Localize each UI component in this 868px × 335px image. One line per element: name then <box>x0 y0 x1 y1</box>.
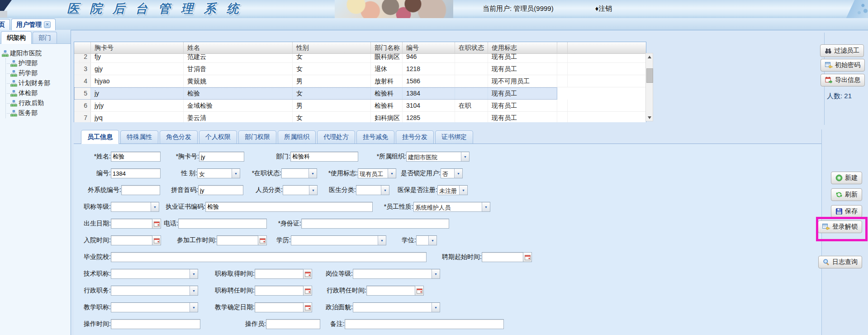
tab-registration-waiver[interactable]: 挂号减免 <box>356 130 394 144</box>
chevron-down-icon[interactable] <box>461 152 469 161</box>
person-class-select[interactable] <box>283 185 318 195</box>
calendar-icon[interactable] <box>304 286 312 296</box>
locked-select[interactable]: 否 <box>441 168 463 178</box>
phone-input[interactable] <box>178 219 267 229</box>
title-level-select[interactable] <box>111 202 159 212</box>
tree-node-medical-affairs[interactable]: 医务部 <box>7 108 70 118</box>
chevron-down-icon[interactable] <box>308 169 317 178</box>
col-header-status[interactable]: 在职状态 <box>455 42 488 53</box>
education-select[interactable] <box>291 235 386 245</box>
col-header-flag[interactable]: 使用标志 <box>488 42 557 53</box>
calendar-icon[interactable] <box>258 235 267 245</box>
doctor-class-select[interactable] <box>356 185 389 195</box>
log-query-button[interactable]: 日志查询 <box>818 256 862 268</box>
col-header-badge[interactable]: 胸卡号 <box>91 42 184 53</box>
tree-node-finance[interactable]: 计划财务部 <box>7 78 70 88</box>
school-input[interactable] <box>111 252 427 262</box>
table-row-selected[interactable]: 5jy检验女检验科1384现有员工 <box>74 87 557 100</box>
col-header-rownum[interactable] <box>74 42 91 53</box>
new-button[interactable]: 新建 <box>831 172 862 184</box>
chevron-down-icon[interactable] <box>388 169 396 178</box>
sex-select[interactable]: 女 <box>197 168 240 178</box>
tab-registration-dispatch[interactable]: 挂号分发 <box>396 130 434 144</box>
id-card-input[interactable] <box>301 219 449 229</box>
chevron-down-icon[interactable] <box>190 303 198 312</box>
name-input[interactable] <box>111 152 161 162</box>
tab-certificate-binding[interactable]: 证书绑定 <box>435 130 473 144</box>
chevron-down-icon[interactable] <box>378 236 386 245</box>
emp-nature-select[interactable]: 系统维护人员 <box>413 202 490 212</box>
use-flag-select[interactable]: 现有员工 <box>358 168 396 178</box>
teach-confirm-input[interactable] <box>255 302 304 312</box>
degree-select[interactable] <box>416 235 437 245</box>
admin-post-select[interactable] <box>111 286 198 296</box>
chevron-down-icon[interactable] <box>190 269 198 278</box>
table-row[interactable]: 2fjy范建云女眼科病区946现有员工 <box>74 54 646 63</box>
tab-home-partial[interactable]: 页 <box>0 19 10 30</box>
org-select[interactable]: 建阳市医院 <box>406 152 470 162</box>
tab-org-structure[interactable]: 织架构 <box>1 31 32 44</box>
col-header-code[interactable]: 编号 <box>403 42 455 53</box>
calendar-icon[interactable] <box>415 286 424 296</box>
chevron-down-icon[interactable] <box>459 186 467 195</box>
title-hire-time-input[interactable] <box>255 286 304 296</box>
tree-node-nursing[interactable]: 护理部 <box>7 58 70 68</box>
calendar-icon[interactable] <box>152 235 161 245</box>
job-status-select[interactable] <box>281 168 317 178</box>
calendar-icon[interactable] <box>304 302 312 312</box>
table-row[interactable]: 7jyq姜云清女妇科病区1285现有员工 <box>74 112 646 122</box>
tech-title-select[interactable] <box>111 269 198 279</box>
calendar-icon[interactable] <box>523 252 532 262</box>
ext-code-input[interactable] <box>121 185 160 195</box>
save-button[interactable]: 保存 <box>831 205 862 218</box>
tab-org-membership[interactable]: 所属组织 <box>278 130 316 144</box>
license-code-input[interactable] <box>205 202 373 212</box>
chevron-down-icon[interactable] <box>232 169 240 178</box>
tab-dept-perms[interactable]: 部门权限 <box>238 130 276 144</box>
export-info-button[interactable]: 导出信息 <box>821 74 865 86</box>
tab-special-attrs[interactable]: 特殊属性 <box>120 130 158 144</box>
chevron-down-icon[interactable] <box>482 202 490 211</box>
remark-input[interactable] <box>345 319 504 329</box>
tab-proxy-prescription[interactable]: 代理处方 <box>317 130 355 144</box>
refresh-button[interactable]: 刷新 <box>831 188 862 201</box>
calendar-icon[interactable] <box>304 269 312 279</box>
chevron-down-icon[interactable] <box>151 202 159 211</box>
table-row[interactable]: 3gjy甘涓音女退休1218现有员工 <box>74 63 646 75</box>
chevron-down-icon[interactable] <box>454 169 462 178</box>
tab-employee-info[interactable]: 员工信息 <box>81 130 119 144</box>
logout-link[interactable]: ♦注销 <box>595 5 612 13</box>
dept-input[interactable] <box>290 152 358 162</box>
table-row[interactable]: 4hjyao黄兢姚男放射科1586现不可用员工 <box>74 75 646 87</box>
insurance-select[interactable]: 未注册 <box>437 185 468 195</box>
tree-node-physical-exam[interactable]: 体检部 <box>7 88 70 98</box>
table-row[interactable]: 6jyjy金域检验男检验科3104在职现有员工 <box>74 100 646 112</box>
tab-user-management[interactable]: 用户管理 <box>11 19 56 30</box>
login-unlock-button[interactable]: 登录解锁 <box>818 220 862 233</box>
grid-vertical-scrollbar[interactable] <box>645 53 653 121</box>
teach-title-select[interactable] <box>111 302 198 312</box>
tree-root-hospital[interactable]: 建阳市医院 <box>2 48 70 58</box>
tab-role-dispatch[interactable]: 角色分发 <box>160 130 198 144</box>
title-get-time-input[interactable] <box>255 269 304 279</box>
birth-date-input[interactable] <box>111 219 152 229</box>
tab-department[interactable]: 部门 <box>33 32 57 43</box>
post-level-select[interactable] <box>353 269 440 279</box>
scroll-up-arrow[interactable] <box>646 53 653 60</box>
badge-input[interactable] <box>199 152 244 162</box>
init-password-button[interactable]: 初始密码 <box>821 59 865 72</box>
col-header-sex[interactable]: 性别 <box>293 42 371 53</box>
operator-input[interactable] <box>266 319 320 329</box>
pinyin-input[interactable] <box>198 185 243 195</box>
filter-employee-button[interactable]: 过滤员工 <box>820 44 864 57</box>
scroll-down-arrow[interactable] <box>646 114 653 121</box>
op-time-input[interactable] <box>111 319 200 329</box>
tree-node-admin-logistics[interactable]: 行政后勤 <box>7 98 70 108</box>
chevron-down-icon[interactable] <box>432 303 440 312</box>
code-input[interactable] <box>111 168 161 178</box>
admission-time-input[interactable] <box>111 235 152 245</box>
work-start-input[interactable] <box>217 235 258 245</box>
chevron-down-icon[interactable] <box>432 269 440 278</box>
close-icon[interactable] <box>44 21 51 28</box>
political-select[interactable] <box>353 302 440 312</box>
